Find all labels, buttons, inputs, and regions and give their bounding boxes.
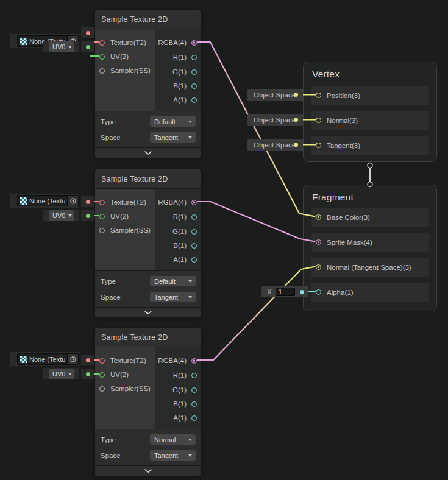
fragment-context-node[interactable]: Fragment Base Color(3) Sprite Mask(4) No… [303,185,437,311]
rgba-output-port[interactable] [191,200,197,205]
g-output-port[interactable] [191,229,197,235]
tangent-block-row[interactable]: Tangent(3) [311,136,429,155]
binding-port-dot [294,118,298,122]
sample-texture-2d-node-3[interactable]: Sample Texture 2D Texture(T2) UV(2) Samp… [94,327,201,475]
uv-dropdown-strip: UV0 [43,368,79,379]
port-label: Sampler(SS) [110,67,151,74]
port-dot-box [81,27,94,38]
dropdown-arrow-icon [68,373,72,375]
sampler-input-port[interactable] [99,228,105,233]
texture-input-port[interactable] [99,200,105,205]
connector-top-handle[interactable] [368,163,372,168]
a-output-port[interactable] [191,97,197,103]
a-output-port[interactable] [191,257,197,263]
space-dropdown[interactable]: Tangent [150,450,196,461]
uv-input-port[interactable] [99,54,105,60]
uv-channel-dropdown[interactable]: UV0 [49,210,74,221]
alpha-value-input[interactable] [276,288,295,296]
port-label: Texture(T2) [110,357,146,364]
b-output-port[interactable] [191,401,197,407]
rgba-output-port[interactable] [191,358,197,364]
tangent-space-binding[interactable]: Object Space [247,139,303,151]
texture-field-value: None (Textu [29,197,67,205]
type-dropdown[interactable]: Default [150,276,196,286]
sample-texture-2d-node-1[interactable]: Sample Texture 2D Texture(T2) UV(2) Samp… [94,9,201,157]
normal-tangent-space-block-row[interactable]: Normal (Tangent Space)(3) [311,258,429,277]
normal-block-row[interactable]: Normal(3) [311,111,429,130]
port-label: R(1) [173,54,187,61]
edge-texture2-rgba-to-sprite-mask[interactable] [197,202,316,242]
base-color-input-port[interactable] [316,214,321,220]
object-picker-icon [69,197,77,205]
port-dot-box [81,355,94,365]
normal-tangent-space-input-port[interactable] [316,264,321,270]
texture-object-field[interactable]: None (Textu [17,353,79,365]
port-label: G(1) [172,386,187,394]
port-label: B(1) [173,82,187,90]
alpha-port-dot [300,290,304,294]
texture-port-dot [86,200,90,204]
normal-space-binding[interactable]: Object Space [247,114,303,126]
space-dropdown[interactable]: Tangent [150,292,196,302]
sample-texture-2d-node-2[interactable]: Sample Texture 2D Texture(T2) UV(2) Samp… [94,169,201,317]
texture-field-strip: None (Textu [10,352,79,366]
a-output-port[interactable] [191,415,197,421]
object-picker-button[interactable] [67,196,78,206]
texture-input-port[interactable] [99,358,105,364]
alpha-block-row[interactable]: Alpha(1) [311,283,429,302]
space-dropdown[interactable]: Tangent [150,132,196,143]
b-output-port[interactable] [191,83,197,89]
r-output-port[interactable] [191,55,197,60]
dropdown-arrow-icon [68,46,72,48]
binding-port-dot [294,143,298,147]
sampler-input-port[interactable] [99,386,105,392]
chevron-down-icon [144,469,152,473]
sprite-mask-block-row[interactable]: Sprite Mask(4) [311,233,429,252]
space-label: Space [101,452,121,459]
port-label: A(1) [173,414,187,422]
r-output-port[interactable] [191,214,197,220]
normal-input-port[interactable] [316,118,321,123]
port-label: G(1) [172,228,187,235]
position-space-binding[interactable]: Object Space [247,89,303,101]
texture-input-port[interactable] [99,40,105,46]
port-dot-box [81,210,94,221]
object-picker-button[interactable] [67,354,78,364]
uv-channel-dropdown[interactable]: UV0 [49,41,74,52]
binding-port-dot [294,93,298,97]
g-output-port[interactable] [191,69,197,75]
r-output-port[interactable] [191,373,197,378]
node-title: Sample Texture 2D [95,169,201,189]
dropdown-arrow-icon [188,454,192,457]
g-output-port[interactable] [191,387,197,393]
type-dropdown[interactable]: Default [150,116,196,127]
node-settings: Type Default Space Tangent [95,270,201,308]
uv-input-port[interactable] [99,372,105,378]
tangent-input-port[interactable] [316,143,321,148]
position-input-port[interactable] [316,93,321,98]
collapse-chevron-button[interactable] [95,465,201,476]
b-output-port[interactable] [191,243,197,249]
position-block-row[interactable]: Position(3) [311,86,429,105]
edge-texture3-rgba-to-normal-tangent-space[interactable] [197,267,316,361]
collapse-chevron-button[interactable] [95,147,201,158]
edge-texture1-rgba-to-base-color[interactable] [197,42,316,217]
alpha-input-port[interactable] [316,289,321,295]
base-color-block-row[interactable]: Base Color(3) [311,208,429,227]
type-label: Type [101,436,116,443]
type-dropdown[interactable]: Normal [150,434,196,445]
uv-dropdown-strip: UV0 [43,41,79,52]
uv-input-port[interactable] [99,214,105,219]
space-label: Space [101,134,121,141]
rgba-output-port[interactable] [191,40,197,46]
uv-channel-dropdown[interactable]: UV0 [49,369,74,379]
texture-object-field[interactable]: None (Textu [17,195,79,206]
sampler-input-port[interactable] [99,68,105,74]
port-label: RGBA(4) [158,199,187,206]
texture-asset-icon [20,197,27,205]
port-label: R(1) [173,372,187,379]
port-label: Sampler(SS) [110,385,151,392]
vertex-context-node[interactable]: Vertex Position(3) Normal(3) Tangent(3) [303,62,437,162]
sprite-mask-input-port[interactable] [316,239,321,245]
collapse-chevron-button[interactable] [95,307,201,317]
